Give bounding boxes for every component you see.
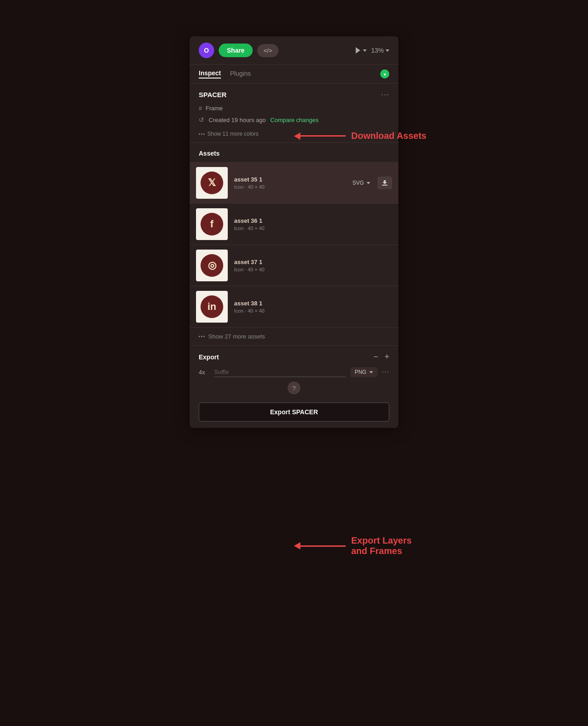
export-section: Export − + 4x PNG ··· ? Ex — [190, 346, 398, 428]
export-suffix-input[interactable] — [214, 367, 346, 377]
linkedin-icon: in — [201, 295, 223, 318]
export-layers-label: Export Layers and Frames — [351, 535, 412, 556]
code-button[interactable]: </> — [257, 44, 279, 57]
toolbar: O Share </> 13% — [190, 36, 398, 65]
more-dots-icon — [199, 336, 205, 337]
dots-icon — [199, 133, 205, 135]
tab-plugins[interactable]: Plugins — [230, 70, 251, 78]
play-chevron-icon — [363, 49, 367, 52]
frame-hash-icon: # — [199, 105, 202, 112]
export-minus-button[interactable]: − — [373, 352, 378, 362]
asset-name: asset 36 1 — [234, 217, 386, 224]
export-row-more-button[interactable]: ··· — [382, 368, 389, 376]
export-main-button[interactable]: Export SPACER — [199, 402, 389, 422]
plugin-status-icon: ● — [380, 69, 389, 78]
show-more-assets-button[interactable]: Show 27 more assets — [199, 333, 265, 340]
export-annotation: Export Layers and Frames — [294, 535, 412, 556]
asset-item: ◎ asset 37 1 Icon · 40 × 40 — [190, 245, 398, 286]
component-name: SPACER — [199, 91, 226, 98]
download-icon — [382, 180, 388, 186]
play-button[interactable] — [356, 47, 367, 54]
show-more-colors-button[interactable]: Show 11 more colors — [199, 131, 259, 137]
asset-item: in asset 38 1 Icon · 40 × 40 — [190, 286, 398, 327]
help-button[interactable]: ? — [288, 382, 300, 394]
export-plus-button[interactable]: + — [384, 352, 389, 362]
created-text: Created 19 hours ago — [209, 117, 266, 123]
asset-name: asset 37 1 — [234, 259, 386, 265]
facebook-icon: f — [201, 213, 223, 235]
asset-item: f asset 36 1 Icon · 40 × 40 — [190, 203, 398, 245]
export-format-button[interactable]: PNG — [350, 367, 377, 377]
asset-meta: Icon · 40 × 40 — [234, 308, 386, 314]
assets-title: Assets — [199, 150, 220, 157]
compare-changes-link[interactable]: Compare changes — [270, 117, 318, 123]
zoom-button[interactable]: 13% — [371, 47, 389, 54]
asset-name: asset 35 1 — [234, 176, 343, 183]
export-arrow — [294, 542, 346, 549]
format-dropdown-35[interactable]: SVG — [349, 178, 374, 188]
download-arrow — [294, 132, 346, 140]
asset-name: asset 38 1 — [234, 300, 386, 307]
download-button-35[interactable] — [377, 177, 392, 189]
export-title: Export — [199, 353, 219, 361]
download-assets-annotation: Download Assets — [294, 131, 426, 141]
export-scale-label: 4x — [199, 369, 210, 376]
svg-rect-0 — [382, 185, 387, 186]
export-row: 4x PNG ··· — [199, 367, 389, 377]
arrow-line — [300, 135, 346, 137]
arrow-head-icon — [294, 542, 300, 549]
assets-section: Assets 𝕏 asset 35 1 Icon · 40 × 40 SVG — [190, 143, 398, 346]
created-row: ↺ Created 19 hours ago Compare changes — [190, 114, 398, 128]
asset-thumbnail-twitter: 𝕏 — [196, 167, 228, 199]
instagram-icon: ◎ — [201, 254, 223, 277]
frame-info: # Frame — [190, 103, 398, 114]
asset-info: asset 35 1 Icon · 40 × 40 — [234, 176, 343, 190]
asset-item: 𝕏 asset 35 1 Icon · 40 × 40 SVG — [190, 162, 398, 203]
twitter-icon: 𝕏 — [201, 172, 223, 194]
asset-meta: Icon · 40 × 40 — [234, 184, 343, 190]
download-assets-label: Download Assets — [351, 131, 426, 141]
tab-inspect[interactable]: Inspect — [199, 69, 221, 78]
asset-info: asset 36 1 Icon · 40 × 40 — [234, 217, 386, 231]
format-chevron-icon — [367, 182, 370, 184]
assets-header: Assets — [190, 143, 398, 162]
frame-type-label: Frame — [206, 105, 223, 112]
component-more-button[interactable]: ··· — [381, 90, 389, 99]
asset-meta: Icon · 40 × 40 — [234, 267, 386, 272]
asset-thumbnail-facebook: f — [196, 208, 228, 240]
tabs-row: Inspect Plugins ● — [190, 65, 398, 83]
show-more-assets-row: Show 27 more assets — [190, 327, 398, 345]
format-chevron-icon — [369, 371, 373, 373]
share-button[interactable]: Share — [219, 44, 253, 57]
asset-info: asset 38 1 Icon · 40 × 40 — [234, 300, 386, 314]
zoom-chevron-icon — [386, 49, 389, 52]
arrow-head-icon — [294, 132, 300, 140]
asset-thumbnail-linkedin: in — [196, 291, 228, 323]
avatar: O — [199, 43, 214, 58]
export-actions: − + — [373, 352, 389, 362]
export-header: Export − + — [199, 352, 389, 362]
asset-meta: Icon · 40 × 40 — [234, 226, 386, 231]
history-icon: ↺ — [199, 116, 204, 123]
asset-thumbnail-instagram: ◎ — [196, 250, 228, 281]
play-triangle-icon — [356, 47, 360, 54]
asset-controls: SVG — [349, 177, 392, 189]
arrow-line — [300, 545, 346, 547]
component-header: SPACER ··· — [190, 83, 398, 103]
asset-info: asset 37 1 Icon · 40 × 40 — [234, 259, 386, 272]
